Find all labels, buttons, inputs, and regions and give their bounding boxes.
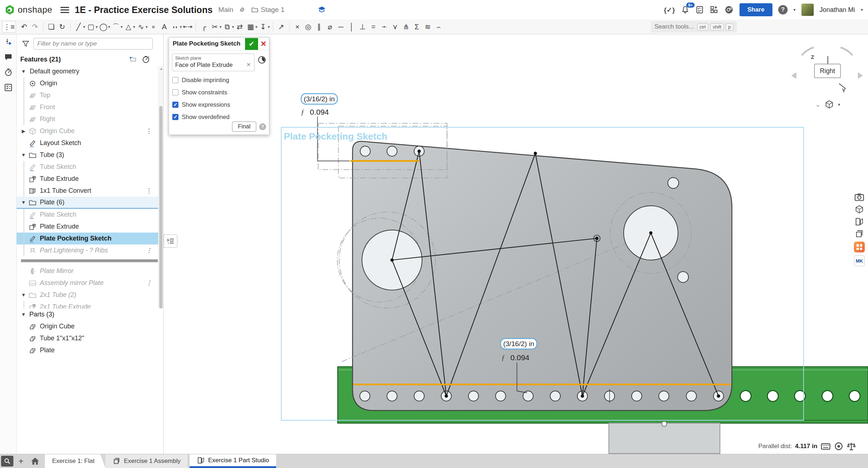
revolve-tool-icon[interactable]: ↻	[57, 21, 68, 33]
scale-icon[interactable]	[847, 442, 856, 451]
feature-menu-dots-icon[interactable]: ⋮	[146, 279, 151, 287]
tasks-checklist-icon[interactable]	[695, 5, 704, 14]
arc-tool-icon[interactable]: ⌒	[110, 21, 121, 33]
rollback-bar[interactable]	[21, 259, 158, 262]
curvature-constraint-icon[interactable]: ⌢	[433, 21, 444, 33]
annotate-cube-icon[interactable]	[855, 229, 864, 239]
insert-feature-icon[interactable]	[0, 34, 17, 50]
history-icon[interactable]	[0, 65, 17, 80]
user-menu-caret-icon[interactable]: ▾	[861, 7, 863, 12]
feature-menu-dots-icon[interactable]: ⋮	[146, 247, 151, 254]
learning-flag-icon[interactable]	[317, 5, 326, 14]
share-button[interactable]: Share	[740, 3, 772, 16]
feature-row-plate-folder[interactable]: ▼ Plate (6)	[17, 197, 159, 209]
chevron-down-icon[interactable]: ▼	[21, 200, 26, 205]
parts-header-row[interactable]: ▼ Parts (3)	[17, 309, 159, 320]
user-name[interactable]: Jonathan Mi	[819, 6, 855, 14]
spline-caret-icon[interactable]: ▾	[146, 25, 148, 29]
fix-constraint-icon[interactable]: ≋	[422, 21, 433, 33]
text-tool-icon[interactable]: A	[159, 21, 170, 33]
chevron-down-icon[interactable]: ▼	[21, 69, 26, 74]
home-tab-button[interactable]	[28, 454, 43, 468]
feature-row-origin[interactable]: Origin	[17, 77, 159, 89]
checkbox-icon[interactable]	[172, 89, 178, 95]
slot-caret-icon[interactable]: ▾	[180, 25, 182, 29]
pierce-constraint-icon[interactable]: ⋔	[401, 21, 412, 33]
offset-caret-icon[interactable]: ▾	[232, 25, 234, 29]
symmetric-constraint-icon[interactable]: Σ	[412, 21, 422, 33]
rectangle-caret-icon[interactable]: ▾	[96, 25, 98, 29]
follow-mode-icon[interactable]	[0, 80, 17, 95]
app-store-icon[interactable]	[710, 5, 719, 14]
spline-tool-icon[interactable]: ∿	[135, 21, 146, 33]
feature-list-toggle-icon[interactable]: ⋮≡	[2, 21, 16, 33]
feature-row-default-geometry[interactable]: ▼ Default geometry	[17, 65, 159, 77]
feature-row-tube-sketch[interactable]: Tube Sketch	[17, 161, 159, 173]
tab-exercise-assembly[interactable]: Exercise 1 Assembly	[105, 454, 188, 468]
checkbox-checked-icon[interactable]	[172, 102, 178, 108]
vertical-constraint-icon[interactable]: │	[346, 21, 357, 33]
comments-icon[interactable]	[0, 50, 17, 65]
learning-center-icon[interactable]	[724, 5, 734, 14]
feature-row-part-lightening[interactable]: Part Lightening - ? Ribs ⋮	[17, 244, 159, 256]
chevron-right-icon[interactable]: ▶	[21, 128, 26, 134]
document-title[interactable]: 1E - Practice Exercise Solutions	[75, 5, 213, 15]
tab-exercise-flat[interactable]: Exercise 1: Flat	[45, 454, 105, 468]
help-caret-icon[interactable]: ▾	[793, 7, 796, 12]
versions-icon[interactable]: {✓}	[664, 6, 675, 14]
filter-input[interactable]	[33, 38, 153, 50]
view-menu-caret-icon[interactable]: ▾	[838, 102, 840, 107]
feature-row-right-plane[interactable]: Right	[17, 113, 159, 125]
help-icon[interactable]: ?	[778, 5, 788, 14]
undo-icon[interactable]: ↶	[19, 21, 30, 33]
transform-tool-icon[interactable]: ⇄	[234, 21, 245, 33]
confirm-check-button[interactable]: ✔	[245, 38, 258, 50]
scrollbar-up-arrow-icon[interactable]: ▲	[160, 67, 163, 71]
point-tool-icon[interactable]: ∘	[148, 21, 159, 33]
feature-row-top-plane[interactable]: Top	[17, 89, 159, 101]
rectangle-tool-icon[interactable]: ▢	[85, 21, 96, 33]
isometric-view-cube-icon[interactable]	[824, 100, 834, 109]
keyboard-icon[interactable]	[821, 442, 831, 451]
feature-row-plate-pocketing-sketch[interactable]: Plate Pocketing Sketch	[17, 233, 159, 244]
trim-tool-icon[interactable]: ✂	[209, 21, 220, 33]
checkbox-icon[interactable]	[172, 77, 178, 83]
tab-search-button[interactable]	[0, 454, 14, 468]
polygon-tool-icon[interactable]: △	[123, 21, 134, 33]
screenshot-icon[interactable]	[854, 192, 864, 202]
perpendicular-constraint-icon[interactable]: ⊥	[357, 21, 368, 33]
workspace-name[interactable]: Stage 1	[261, 6, 285, 14]
feature-row-origin-cube[interactable]: ▶ Origin Cube ⋮	[17, 125, 159, 137]
chevron-down-icon[interactable]: ▼	[21, 292, 26, 298]
scrollbar-thumb[interactable]	[159, 106, 163, 309]
dialog-flyout-toggle[interactable]	[164, 234, 177, 248]
arc-caret-icon[interactable]: ▾	[121, 25, 123, 29]
new-folder-icon[interactable]	[129, 55, 137, 63]
feature-menu-dots-icon[interactable]: ⋮	[146, 187, 151, 195]
dimension-tool-icon[interactable]: ↗	[276, 21, 287, 33]
trim-caret-icon[interactable]: ▾	[219, 25, 222, 29]
origin-marker[interactable]	[662, 421, 667, 426]
part-row-plate[interactable]: Plate	[17, 344, 159, 356]
feature-menu-dots-icon[interactable]: ⋮	[146, 127, 151, 135]
checkbox-show-overdefined[interactable]: Show overdefined	[172, 114, 269, 120]
chevron-down-icon[interactable]: ▼	[21, 312, 26, 317]
rotate-left-arrow-icon[interactable]	[791, 72, 796, 79]
circle-caret-icon[interactable]: ▾	[108, 25, 110, 29]
checkbox-disable-imprinting[interactable]: Disable imprinting	[172, 77, 269, 84]
tab-exercise-part-studio[interactable]: Exercise 1 Part Studio	[190, 454, 276, 468]
avatar[interactable]	[801, 4, 814, 16]
pause-update-icon[interactable]	[258, 56, 266, 64]
tangent-constraint-icon[interactable]: ⌀	[325, 21, 336, 33]
checkbox-checked-icon[interactable]	[172, 114, 178, 120]
branch-name[interactable]: Main	[218, 6, 233, 14]
view-menu[interactable]: ⌄ ▾	[815, 100, 840, 109]
feature-row-2x1-tube-extrude[interactable]: 2x1 Tube Extrude	[17, 301, 159, 309]
main-menu-icon[interactable]	[60, 5, 69, 14]
feature-row-front-plane[interactable]: Front	[17, 101, 159, 113]
offset-tool-icon[interactable]: ⧉	[222, 21, 233, 33]
fillet-tool-icon[interactable]: ╭	[198, 21, 209, 33]
chevron-down-icon[interactable]: ⌄	[815, 101, 821, 109]
equal-constraint-icon[interactable]: =	[368, 21, 379, 33]
feature-row-plate-mirror[interactable]: Plate Mirror	[17, 265, 159, 277]
